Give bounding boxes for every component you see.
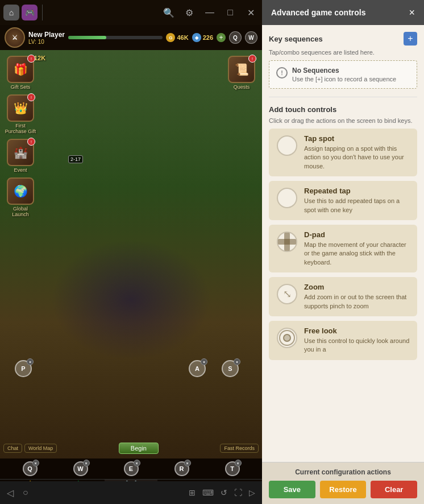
info-icon: !: [276, 67, 288, 79]
section-divider: [269, 97, 417, 97]
key-s-badge: ×: [234, 358, 240, 365]
dpad-desc: Map the movement of your character or th…: [304, 241, 410, 267]
first-purchase-button[interactable]: 👑 ! First Purchase Gift: [5, 94, 36, 134]
tap-spot-text: Tap spot Assign tapping on a spot with t…: [304, 134, 410, 171]
restore-button[interactable]: Restore: [320, 481, 367, 498]
bottom-key-q[interactable]: Q×: [23, 461, 38, 476]
free-look-title: Free look: [304, 327, 410, 335]
avatar: ⚔: [5, 27, 25, 48]
key-p-button[interactable]: P ×: [15, 360, 32, 377]
key-s-button[interactable]: S ×: [222, 360, 239, 377]
clear-button[interactable]: Clear: [371, 481, 417, 498]
touch-controls-section: Add touch controls Click or drag the act…: [269, 105, 417, 365]
add-currency-button[interactable]: +: [217, 33, 226, 42]
close-panel-button[interactable]: ×: [409, 7, 415, 18]
map-number: 2-17: [68, 155, 83, 163]
free-look-text: Free look Use this control to quickly lo…: [304, 327, 410, 354]
zoom-title: Zoom: [304, 283, 410, 291]
gem-currency: ◆ 226: [192, 33, 213, 42]
gift-sets-button[interactable]: 🎁 ! Gift Sets: [5, 56, 36, 90]
fullscreen-button[interactable]: ⛶: [234, 488, 242, 497]
dpad-icon-wrap: [276, 230, 298, 253]
save-button[interactable]: Save: [269, 481, 315, 498]
no-sequences-text: No Sequences Use the [+] icon to record …: [292, 67, 396, 82]
player-bar: ⚔ New Player LV: 10 G 46K ◆ 226 + Q W: [0, 25, 262, 50]
gold-icon: G: [166, 33, 175, 42]
touch-controls-desc: Click or drag the actions on the screen …: [269, 117, 417, 124]
divider: [42, 5, 43, 20]
key-sequences-header: Key sequences +: [269, 32, 417, 46]
no-sequences-description: Use the [+] icon to record a sequence: [292, 76, 396, 82]
xp-bar: [68, 36, 106, 39]
window-controls: 🔍 ⚙ — □ ✕: [161, 5, 259, 20]
search-icon[interactable]: 🔍: [161, 5, 177, 20]
add-sequence-button[interactable]: +: [404, 32, 417, 46]
event-button[interactable]: 🏰 ! Event: [5, 139, 36, 173]
touch-controls-title: Add touch controls: [269, 105, 336, 114]
right-panel: Advanced game controls × Key sequences +…: [262, 0, 424, 504]
dpad-card[interactable]: D-pad Map the movement of your character…: [269, 225, 417, 272]
event-label: Event: [14, 167, 27, 173]
purchase-badge: !: [27, 93, 35, 101]
game-icon[interactable]: 🎮: [22, 5, 38, 20]
chat-button[interactable]: Chat: [3, 444, 22, 453]
repeated-tap-card[interactable]: Repeated tap Use this to add repeated ta…: [269, 181, 417, 220]
repeated-tap-icon: [277, 188, 297, 208]
maximize-icon[interactable]: □: [222, 5, 238, 20]
key-a-button[interactable]: A ×: [189, 360, 206, 377]
game-canvas: 12K 🎁 ! Gift Sets 👑 ! First Purchase Gif…: [0, 50, 262, 504]
quests-badge: !: [248, 55, 256, 63]
begin-button[interactable]: Begin: [119, 443, 159, 454]
bottom-buttons: Save Restore Clear: [269, 481, 417, 498]
system-bar: ◁ ○ ⊞ ⌨ ↺ ⛶ ▷: [0, 481, 262, 504]
bottom-key-e[interactable]: E×: [124, 461, 139, 476]
tap-spot-title: Tap spot: [304, 134, 410, 143]
close-window-icon[interactable]: ✕: [243, 5, 259, 20]
current-config-label: Current configuration actions: [269, 468, 417, 476]
back-button[interactable]: ◁: [7, 488, 14, 498]
event-icon: 🏰 !: [7, 139, 34, 166]
game-area: ⌂ 🎮 🔍 ⚙ — □ ✕ ⚔ New Player LV: 10 G 46K …: [0, 0, 262, 504]
right-icons: 📜 ! Quests: [226, 56, 257, 90]
repeated-tap-title: Repeated tap: [304, 187, 410, 195]
dpad-text: D-pad Map the movement of your character…: [304, 230, 410, 267]
free-look-icon: [277, 328, 297, 348]
key-sequences-desc: Tap/combo sequences are listed here.: [269, 49, 417, 56]
bottom-key-w[interactable]: W×: [73, 461, 88, 476]
world-map-button[interactable]: World Map: [24, 444, 57, 453]
quests-icon: 📜 !: [228, 56, 255, 83]
free-look-card[interactable]: Free look Use this control to quickly lo…: [269, 321, 417, 360]
no-sequences-box: ! No Sequences Use the [+] icon to recor…: [269, 60, 417, 89]
bottom-key-t[interactable]: T×: [225, 461, 240, 476]
key-p-badge: ×: [27, 358, 34, 365]
tap-spot-icon: [277, 135, 297, 156]
keyboard-button[interactable]: ⌨: [202, 488, 214, 497]
quests-label: Quests: [234, 84, 250, 90]
zoom-card[interactable]: ⤡ Zoom Add zoom in or out to the screen …: [269, 277, 417, 316]
quests-button[interactable]: 📜 ! Quests: [226, 56, 257, 90]
bottom-keys: Q× W× E× R× T×: [0, 458, 262, 479]
dpad-shape: [278, 233, 296, 251]
zoom-text: Zoom Add zoom in or out to the screen th…: [304, 283, 410, 311]
bottom-key-r[interactable]: R×: [174, 461, 189, 476]
global-launch-button[interactable]: 🌍 Global Launch: [5, 177, 36, 217]
forward-button[interactable]: ▷: [249, 488, 255, 497]
gem-icon: ◆: [192, 33, 201, 42]
gear-icon[interactable]: ⚙: [181, 5, 197, 20]
repeated-tap-desc: Use this to add repeated taps on a spot …: [304, 197, 410, 214]
tap-spot-card[interactable]: Tap spot Assign tapping on a spot with t…: [269, 129, 417, 176]
rotate-button[interactable]: ↺: [221, 488, 227, 497]
minimize-icon[interactable]: —: [202, 5, 218, 20]
gift-sets-icon: 🎁 !: [7, 56, 34, 83]
fast-records-button[interactable]: Fast Records: [220, 444, 259, 453]
screenshot-button[interactable]: ⊞: [189, 488, 196, 497]
repeated-tap-icon-wrap: [276, 187, 298, 209]
zoom-desc: Add zoom in or out to the screen that su…: [304, 293, 410, 311]
dpad-title: D-pad: [304, 230, 410, 239]
action-bar: Chat World Map Begin Fast Records: [0, 438, 262, 458]
home-button[interactable]: ○: [23, 488, 28, 498]
home-icon[interactable]: ⌂: [3, 5, 19, 20]
key-w-indicator: W: [245, 31, 257, 44]
player-level: LV: 10: [28, 39, 65, 45]
player-name: New Player: [28, 31, 65, 39]
